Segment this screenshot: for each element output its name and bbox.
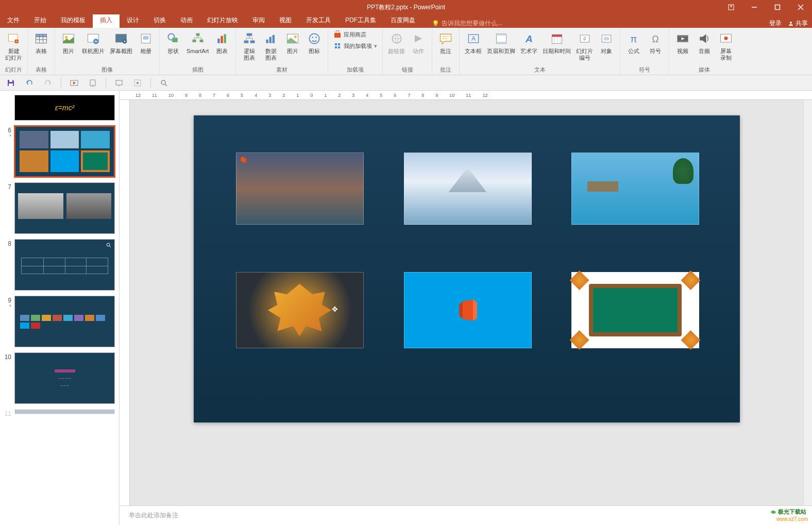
picture-icon [60,30,77,47]
tab-pdftools[interactable]: PDF工具集 [338,13,383,28]
new-slide-button[interactable]: 新建 幻灯片 [3,29,24,62]
material-picture-button[interactable]: 图片 [282,29,303,56]
slide-thumbnails-panel[interactable]: ε=mc² 6* 7 8 9* 10 — — — —— — — 11 [0,91,120,525]
tab-templates[interactable]: 我的模板 [54,13,93,28]
chart-button[interactable]: 图表 [212,29,232,56]
slide-thumbnail[interactable]: ε=mc² [0,93,119,124]
slide-canvas[interactable]: ✥ [194,115,740,422]
tab-home[interactable]: 开始 [27,13,54,28]
slide-thumbnail[interactable]: 10 — — — —— — — [0,350,119,407]
online-picture-button[interactable]: 联机图片 [80,29,107,56]
online-picture-icon [85,30,102,47]
video-button[interactable]: 视频 [672,29,693,56]
ribbon-display-icon[interactable] [719,0,742,14]
share-button[interactable]: 共享 [788,19,808,28]
slide-image-mountain[interactable] [404,153,532,225]
slide-thumbnail[interactable]: 7 [0,180,119,237]
tab-insert[interactable]: 插入 [93,13,120,28]
tab-slideshow[interactable]: 幻灯片放映 [200,13,245,28]
selection-pane-icon[interactable] [132,77,143,89]
tab-design[interactable]: 设计 [120,13,146,28]
header-footer-icon [493,30,510,47]
screenshot-button[interactable]: 屏幕截图 [108,29,134,56]
object-button[interactable]: 对象 [596,29,617,56]
datetime-button[interactable]: 日期和时间 [540,29,573,56]
screen-rec-icon [718,30,734,47]
data-chart-button[interactable]: 数据 图表 [261,29,281,62]
svg-rect-36 [247,33,252,36]
svg-rect-55 [496,42,506,44]
svg-rect-37 [244,41,249,43]
shapes-button[interactable]: 形状 [163,29,183,56]
slide-number-button[interactable]: #幻灯片 编号 [574,29,595,62]
close-icon[interactable] [789,0,812,14]
touch-mode-icon[interactable] [87,77,98,89]
vertical-scrollbar[interactable] [803,100,812,505]
app-store-button[interactable]: 应用商店 [331,29,379,40]
svg-point-17 [65,36,67,39]
album-button[interactable]: 相册 [136,29,156,56]
svg-rect-26 [196,33,199,36]
ribbon-group-text: A文本框 页眉和页脚 A艺术字 日期和时间 #幻灯片 编号 对象 文本 [460,28,620,75]
zoom-icon[interactable] [158,77,170,89]
svg-rect-74 [9,83,13,86]
notes-pane[interactable]: 单击此处添加备注 [120,505,812,525]
slide-thumbnail[interactable]: 8 [0,237,119,294]
slideshow-from-current-icon[interactable] [69,77,80,89]
hyperlink-button[interactable]: 超链接 [386,29,407,56]
screen-recording-button[interactable]: 屏幕 录制 [716,29,736,62]
slide-thumbnail[interactable]: 6* [0,124,119,180]
slide-thumbnail[interactable]: 9* [0,294,119,350]
tab-view[interactable]: 视图 [272,13,299,28]
tab-file[interactable]: 文件 [0,13,27,28]
redo-icon[interactable] [42,77,54,89]
ribbon-group-comments: 批注 批注 [432,28,460,75]
slide-image-leaf[interactable] [236,272,364,348]
textbox-button[interactable]: A文本框 [463,29,484,56]
slide-canvas-area[interactable]: ✥ [130,100,803,505]
tab-review[interactable]: 审阅 [245,13,272,28]
tellme-search[interactable]: 💡 告诉我您想要做什么... [432,19,502,28]
slide-thumbnail[interactable]: 11 [0,407,119,420]
smartart-button[interactable]: SmartArt [184,29,211,56]
login-link[interactable]: 登录 [769,19,782,28]
data-chart-icon [263,30,279,47]
bulb-icon: 💡 [432,20,439,27]
svg-rect-35 [224,34,226,43]
tab-baidu[interactable]: 百度网盘 [383,13,422,28]
tab-developer[interactable]: 开发工具 [299,13,338,28]
svg-point-5 [790,22,792,24]
svg-text:A: A [471,35,476,42]
slide-image-chalkboard[interactable] [571,272,699,348]
header-footer-button[interactable]: 页眉和页脚 [485,29,517,56]
picture-button[interactable]: 图片 [58,29,79,56]
action-button[interactable]: 动作 [408,29,429,56]
maximize-icon[interactable] [766,0,789,14]
comment-button[interactable]: 批注 [435,29,456,56]
svg-rect-54 [496,33,506,36]
slide-image-beach[interactable] [571,153,699,225]
titlebar: PPT教程2.pptx - PowerPoint [0,0,812,14]
wordart-button[interactable]: A艺术字 [518,29,539,56]
svg-point-72 [724,37,728,40]
minimize-icon[interactable] [742,0,766,14]
tab-animations[interactable]: 动画 [173,13,200,28]
svg-line-85 [109,246,111,247]
audio-icon [696,30,713,47]
table-button[interactable]: 表格 [31,29,52,56]
comment-icon [437,30,454,47]
equation-button[interactable]: π公式 [623,29,644,56]
save-icon[interactable] [5,77,16,89]
slide-image-office[interactable] [404,272,532,348]
audio-button[interactable]: 音频 [694,29,715,56]
tab-transitions[interactable]: 切换 [146,13,173,28]
my-addins-button[interactable]: 我的加载项 ▾ [331,41,379,51]
ribbon-group-illustrations: 形状 SmartArt 图表 插图 [160,28,236,75]
material-icon-button[interactable]: 图标 [304,29,325,56]
material-icon-icon [306,30,323,47]
undo-icon[interactable] [24,77,35,89]
slide-image-city[interactable] [236,153,364,225]
logic-chart-button[interactable]: 逻辑 图表 [239,29,260,62]
present-icon[interactable] [113,77,125,89]
symbol-button[interactable]: Ω符号 [645,29,666,56]
